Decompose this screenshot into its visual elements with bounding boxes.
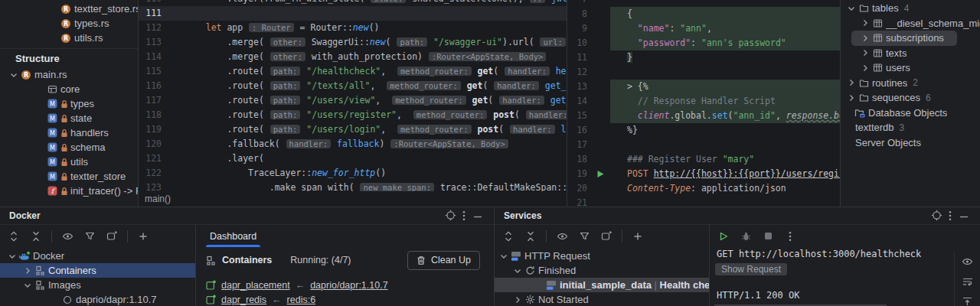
play-icon[interactable]: [717, 230, 730, 243]
dashboard-tabstrip: Dashboard: [196, 225, 494, 247]
soft-wrap-icon[interactable]: [961, 276, 975, 286]
eye-icon[interactable]: [60, 230, 74, 243]
structure-item-state[interactable]: Mstate: [0, 111, 138, 125]
structure-item-main-rs[interactable]: Rmain.rs: [0, 67, 138, 82]
structure-item-textter-store[interactable]: Mtextter_store: [0, 169, 138, 184]
chevron-right-icon[interactable]: [859, 48, 871, 57]
services-item-not-started[interactable]: Not Started: [495, 292, 709, 306]
database-item-subscriptions[interactable]: subscriptions: [841, 31, 980, 46]
chevron-right-icon[interactable]: [859, 18, 871, 28]
plus-icon[interactable]: [631, 230, 645, 243]
structure-item-schema[interactable]: Mschema: [0, 140, 138, 155]
kebab-icon[interactable]: [457, 209, 471, 223]
structure-item-utils[interactable]: Mutils: [0, 155, 138, 169]
plus-icon[interactable]: [136, 230, 150, 243]
services-item-http-request[interactable]: HTTP Request: [495, 249, 709, 263]
services-item-initial-sample-data[interactable]: initial_sample_data | Health check Sta: [495, 278, 709, 292]
gutter-spacer: [596, 0, 610, 7]
crosshair-icon[interactable]: [443, 208, 457, 222]
database-item-server-objects[interactable]: Server Objects: [841, 135, 980, 151]
project-item-utils-rs[interactable]: Rutils.rs: [0, 31, 138, 45]
collapse-all-icon[interactable]: [29, 230, 43, 243]
database-item-routines[interactable]: routines2: [841, 76, 980, 91]
chevron-down-icon[interactable]: [8, 70, 19, 80]
chevron-right-icon[interactable]: [21, 266, 33, 275]
database-item-sequences[interactable]: sequences6: [841, 90, 980, 106]
docker-item-containers[interactable]: Containers: [0, 263, 195, 278]
docker-item-daprio-dapr-1-10-7[interactable]: daprio/dapr:1.10.7: [0, 292, 195, 306]
kebab-icon[interactable]: [783, 230, 797, 243]
database-item-tables[interactable]: tables4: [841, 1, 980, 16]
kebab-icon[interactable]: [943, 209, 957, 223]
database-item-texts[interactable]: texts: [841, 46, 980, 61]
gutter-spacer: [596, 50, 610, 65]
chevron-down-icon[interactable]: [511, 266, 523, 275]
refresh-new-icon[interactable]: [105, 230, 119, 243]
structure-item-init-tracer-res[interactable]: finit_tracer() -> Res: [0, 184, 138, 198]
eye-icon[interactable]: [961, 256, 975, 266]
chevron-down-icon[interactable]: [6, 252, 18, 261]
chevron-right-icon[interactable]: [859, 63, 871, 73]
collapse-all-icon[interactable]: [524, 230, 537, 243]
breadcrumb-item[interactable]: main(): [145, 194, 171, 204]
chevron-down-icon[interactable]: [845, 4, 857, 13]
line-number: 121: [139, 151, 172, 166]
docker-item-docker[interactable]: Docker: [0, 249, 195, 263]
bug-icon[interactable]: [739, 230, 753, 243]
code-text: [172, 6, 567, 21]
breadcrumb[interactable]: main(): [139, 191, 567, 207]
minimize-icon[interactable]: [471, 210, 485, 223]
docker-panes: DockerContainersImagesdaprio/dapr:1.10.7…: [0, 225, 494, 306]
services-tree-pane: HTTP RequestFinishedinitial_sample_data …: [495, 225, 709, 306]
chevron-down-icon[interactable]: [21, 281, 33, 290]
tab-dashboard[interactable]: Dashboard: [206, 225, 260, 247]
code-text: POST http://{{host}}:{{port}}/users/regi…: [610, 167, 840, 181]
container-name-link[interactable]: dapr_placement: [221, 280, 290, 291]
run-request-gutter-icon[interactable]: [596, 167, 610, 181]
eye-icon[interactable]: [555, 230, 569, 243]
funnel-icon[interactable]: [83, 230, 96, 243]
chevron-right-icon[interactable]: [845, 78, 857, 87]
docker-toolbar: [0, 225, 195, 247]
http-request-editor[interactable]: 78{9 "name": "ann",10 "password": "ann's…: [567, 0, 840, 207]
database-item-database-objects[interactable]: Database Objects: [841, 106, 980, 121]
clean-up-button[interactable]: Clean Up: [407, 251, 480, 270]
database-item-diesel-schema-mig[interactable]: __diesel_schema_mig: [841, 16, 980, 31]
stop-icon[interactable]: [761, 230, 775, 243]
dashboard-summary-row: Containers Running: (4/7) Clean Up: [196, 247, 494, 273]
expand-all-icon[interactable]: [7, 230, 21, 243]
chevron-down-icon[interactable]: [498, 252, 509, 261]
chevron-right-icon[interactable]: [859, 34, 871, 43]
refresh-new-icon[interactable]: [599, 230, 613, 243]
show-request-link[interactable]: Show Request: [715, 263, 787, 275]
structure-item-core[interactable]: core: [0, 82, 138, 96]
code-line-8: 8{: [567, 7, 840, 21]
image-name-link[interactable]: redis:6: [287, 295, 316, 305]
chevron-right-icon[interactable]: [845, 93, 857, 103]
docker-window-header: Docker: [0, 207, 494, 225]
image-name-link[interactable]: daprio/dapr:1.10.7: [310, 280, 387, 291]
chevron-right-icon[interactable]: [511, 295, 523, 304]
funnel-icon[interactable]: [577, 230, 591, 243]
structure-item-types[interactable]: Mtypes: [0, 96, 138, 111]
container-name-link[interactable]: dapr_redis: [221, 295, 266, 305]
docker-item-images[interactable]: Images: [0, 278, 195, 292]
code-editor-main[interactable]: 110 .layer(from_fn_with_state( state: sh…: [138, 0, 567, 207]
expand-all-icon[interactable]: [501, 230, 515, 243]
services-item-finished[interactable]: Finished: [495, 263, 709, 278]
structure-item-handlers[interactable]: Mhandlers: [0, 125, 138, 140]
dashboard-pane: Dashboard Containers Running: (4/7) Clea…: [195, 225, 494, 306]
crosshair-icon[interactable]: [929, 208, 943, 222]
code-line-16: 16%}: [567, 123, 840, 138]
database-item-users[interactable]: users: [841, 60, 980, 76]
database-item-textterdb[interactable]: textterdb3: [841, 120, 980, 135]
svg-text:R: R: [64, 6, 68, 13]
line-number: 118: [139, 108, 172, 122]
project-item-types-rs[interactable]: Rtypes.rs: [0, 16, 138, 31]
scroll-top-icon[interactable]: [961, 297, 975, 306]
minimize-icon[interactable]: [957, 210, 971, 223]
project-item-textter-store-rs[interactable]: Rtextter_store.rs: [0, 2, 138, 16]
arrow-left-glyph: ←: [272, 295, 282, 305]
line-number: 20: [567, 181, 596, 196]
response-console[interactable]: GET http://localhost:3000/healthcheck Sh…: [710, 247, 980, 306]
